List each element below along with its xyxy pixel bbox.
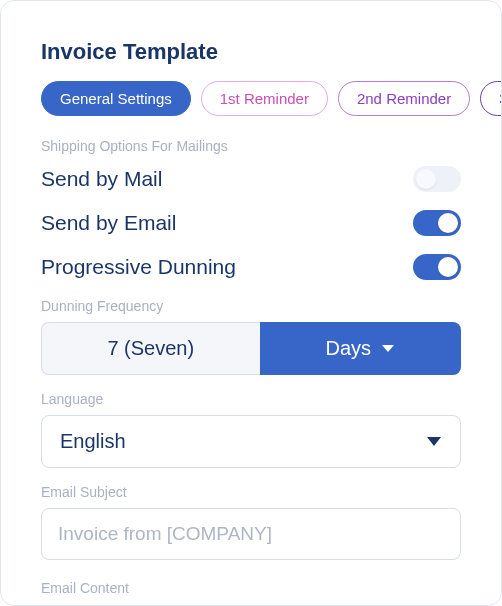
send-by-mail-label: Send by Mail bbox=[41, 167, 162, 191]
progressive-dunning-row: Progressive Dunning bbox=[41, 254, 461, 280]
language-select[interactable]: English bbox=[41, 415, 461, 468]
invoice-template-panel: Invoice Template General Settings 1st Re… bbox=[0, 0, 502, 606]
dunning-frequency-input[interactable]: 7 (Seven) bbox=[41, 322, 260, 375]
page-title: Invoice Template bbox=[41, 39, 461, 65]
dunning-frequency-unit-select[interactable]: Days bbox=[260, 322, 462, 375]
dunning-frequency-unit-label: Days bbox=[325, 337, 371, 360]
chevron-down-icon bbox=[381, 344, 395, 354]
dunning-frequency-label: Dunning Frequency bbox=[41, 298, 461, 314]
send-by-email-row: Send by Email bbox=[41, 210, 461, 236]
toggle-knob bbox=[416, 169, 436, 189]
tab-general-settings[interactable]: General Settings bbox=[41, 81, 191, 116]
send-by-mail-row: Send by Mail bbox=[41, 166, 461, 192]
send-by-email-toggle[interactable] bbox=[413, 210, 461, 236]
send-by-mail-toggle[interactable] bbox=[413, 166, 461, 192]
email-subject-input[interactable] bbox=[41, 508, 461, 560]
progressive-dunning-label: Progressive Dunning bbox=[41, 255, 236, 279]
toggle-knob bbox=[438, 213, 458, 233]
email-content-label: Email Content bbox=[41, 580, 461, 596]
language-label: Language bbox=[41, 391, 461, 407]
tabs: General Settings 1st Reminder 2nd Remind… bbox=[41, 81, 461, 116]
dunning-frequency-group: 7 (Seven) Days bbox=[41, 322, 461, 375]
chevron-down-icon bbox=[426, 436, 442, 448]
progressive-dunning-toggle[interactable] bbox=[413, 254, 461, 280]
send-by-email-label: Send by Email bbox=[41, 211, 176, 235]
tab-2nd-reminder[interactable]: 2nd Reminder bbox=[338, 81, 470, 116]
tab-3rd-reminder[interactable]: 3rd bbox=[480, 81, 502, 116]
tab-1st-reminder[interactable]: 1st Reminder bbox=[201, 81, 328, 116]
shipping-section-label: Shipping Options For Mailings bbox=[41, 138, 461, 154]
language-value: English bbox=[60, 430, 126, 453]
email-subject-label: Email Subject bbox=[41, 484, 461, 500]
toggle-knob bbox=[438, 257, 458, 277]
